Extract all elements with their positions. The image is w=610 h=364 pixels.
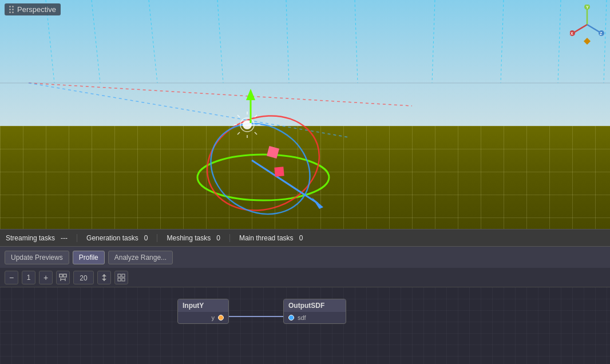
streaming-tasks-value: --- (61, 234, 68, 242)
generation-tasks-item: Generation tasks 0 (86, 234, 157, 242)
meshing-tasks-item: Meshing tasks 0 (167, 234, 229, 242)
meshing-tasks-label: Meshing tasks (167, 234, 211, 242)
svg-line-5 (355, 0, 358, 83)
streaming-tasks-label: Streaming tasks (6, 234, 55, 242)
svg-rect-30 (267, 146, 279, 159)
svg-line-25 (237, 132, 240, 134)
drag-handle-icon (9, 6, 14, 13)
node-editor: − 1 + 20 (0, 268, 610, 364)
meshing-tasks-value: 0 (216, 234, 220, 242)
svg-rect-52 (122, 274, 125, 277)
zoom-out-button[interactable]: − (5, 271, 18, 284)
generation-tasks-value: 0 (144, 234, 148, 242)
svg-line-3 (217, 0, 223, 83)
svg-rect-43 (60, 274, 62, 277)
svg-line-1 (92, 0, 100, 83)
svg-line-28 (252, 160, 318, 203)
streaming-tasks-item: Streaming tasks --- (6, 234, 77, 242)
perspective-label[interactable]: Perspective (5, 3, 61, 15)
svg-rect-31 (274, 167, 284, 176)
axis-gizmo[interactable]: Y X Z (570, 5, 604, 39)
profile-button[interactable]: Profile (73, 251, 105, 264)
svg-line-2 (149, 0, 157, 83)
output-sdf-node-header: OutputSDF (284, 299, 346, 312)
sort-button[interactable] (97, 271, 111, 284)
main-thread-tasks-value: 0 (299, 234, 303, 242)
svg-rect-44 (64, 274, 66, 277)
svg-marker-42 (584, 38, 591, 45)
svg-marker-50 (102, 279, 106, 281)
zoom-one-button[interactable]: 1 (22, 271, 35, 284)
output-sdf-input-port[interactable] (288, 315, 294, 321)
svg-line-36 (573, 25, 587, 33)
grid-view-button[interactable] (114, 271, 128, 284)
main-thread-tasks-item: Main thread tasks 0 (239, 234, 312, 242)
svg-marker-49 (102, 274, 106, 276)
analyze-range-button[interactable]: Analyze Range... (108, 251, 173, 264)
output-sdf-node-body: sdf (284, 312, 346, 323)
svg-line-7 (501, 0, 504, 83)
zoom-in-button[interactable]: + (39, 271, 53, 284)
svg-marker-27 (246, 89, 255, 100)
svg-text:Y: Y (586, 5, 589, 9)
main-thread-tasks-label: Main thread tasks (239, 234, 294, 242)
svg-line-8 (558, 0, 561, 83)
svg-marker-29 (312, 197, 323, 209)
zoom-value-display: 20 (73, 271, 94, 284)
svg-text:Z: Z (600, 31, 603, 35)
output-sdf-node[interactable]: OutputSDF sdf (283, 299, 346, 324)
update-previews-button[interactable]: Update Previews (5, 251, 69, 264)
svg-rect-54 (122, 278, 125, 281)
node-editor-toolbar: − 1 + 20 (0, 268, 610, 287)
svg-line-23 (255, 132, 257, 134)
perspective-text: Perspective (17, 5, 56, 14)
3d-viewport[interactable]: Perspective Y X Z (0, 0, 610, 229)
output-sdf-port-label: sdf (298, 314, 306, 321)
toolbar-bar: Update Previews Profile Analyze Range... (0, 246, 610, 268)
input-y-node-header: InputY (178, 299, 228, 312)
svg-rect-51 (118, 274, 121, 277)
svg-rect-53 (118, 278, 121, 281)
input-y-port-label: y (212, 314, 215, 321)
svg-line-22 (237, 115, 240, 117)
dotted-lines-overlay (0, 0, 610, 229)
layout-button[interactable] (56, 271, 70, 284)
generation-tasks-label: Generation tasks (86, 234, 138, 242)
svg-point-14 (194, 101, 333, 226)
svg-text:X: X (571, 31, 573, 35)
input-y-output-port[interactable] (218, 315, 224, 321)
svg-line-11 (29, 83, 412, 106)
svg-line-12 (29, 83, 349, 137)
svg-line-4 (286, 0, 289, 83)
status-bar: Streaming tasks --- Generation tasks 0 M… (0, 229, 610, 246)
input-y-node-body: y (178, 312, 228, 323)
node-canvas[interactable]: InputY y OutputSDF sdf (0, 287, 610, 364)
input-y-node[interactable]: InputY y (177, 299, 229, 324)
svg-line-6 (432, 0, 435, 83)
